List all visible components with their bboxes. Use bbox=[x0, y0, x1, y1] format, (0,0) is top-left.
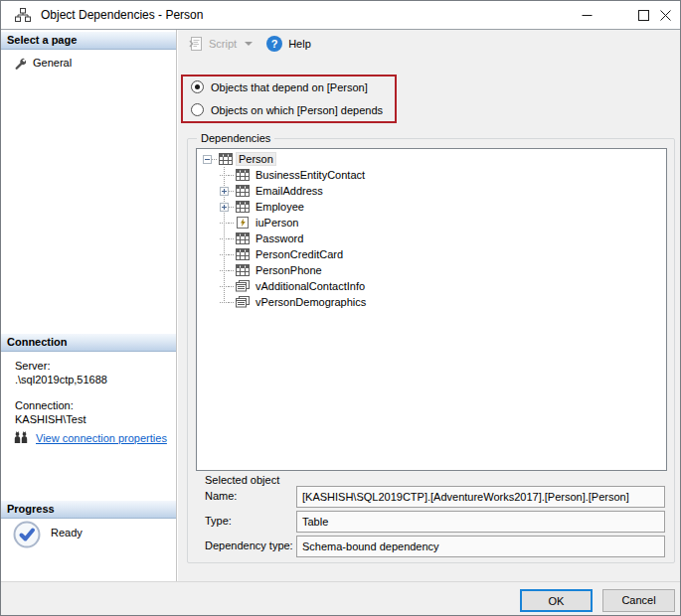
wrench-icon bbox=[13, 57, 26, 70]
tree-item-label: EmailAddress bbox=[254, 185, 325, 197]
cancel-button[interactable]: Cancel bbox=[602, 589, 675, 612]
minimize-button[interactable] bbox=[572, 1, 601, 29]
tree-item-personcreditcard[interactable]: PersonCreditCard bbox=[197, 246, 666, 262]
dependency-type-field[interactable]: Schema-bound dependency bbox=[296, 536, 665, 557]
radio-objects-on-which-depends-label: Objects on which [Person] depends bbox=[211, 104, 383, 116]
connection-value: KASHISH\Test bbox=[15, 413, 86, 425]
radio-objects-that-depend[interactable]: Objects that depend on [Person] bbox=[191, 80, 368, 93]
expand-icon[interactable] bbox=[220, 203, 229, 212]
expand-icon[interactable] bbox=[220, 187, 229, 196]
tree-item-person[interactable]: Person bbox=[197, 151, 666, 167]
main-pane: Script ? Help Objects that depend on [Pe… bbox=[178, 30, 681, 581]
table-icon bbox=[236, 201, 250, 213]
radio-objects-that-depend-label: Objects that depend on [Person] bbox=[211, 81, 368, 93]
help-label: Help bbox=[288, 38, 311, 50]
connection-header: Connection bbox=[1, 334, 176, 352]
sidebar-item-general[interactable]: General bbox=[1, 55, 176, 71]
script-button[interactable]: Script bbox=[188, 36, 253, 52]
tree-item-employee[interactable]: Employee bbox=[197, 199, 666, 215]
maximize-icon bbox=[638, 10, 649, 21]
help-icon: ? bbox=[266, 36, 282, 52]
radio-objects-on-which-depends[interactable]: Objects on which [Person] depends bbox=[191, 103, 383, 116]
object-dependencies-icon bbox=[14, 7, 32, 23]
connection-properties-icon bbox=[13, 431, 29, 444]
ok-button[interactable]: OK bbox=[520, 589, 593, 612]
type-label: Type: bbox=[205, 515, 232, 527]
tree-item-label: vAdditionalContactInfo bbox=[254, 280, 367, 292]
tree-item-businessentitycontact[interactable]: BusinessEntityContact bbox=[197, 167, 666, 183]
sidebar-item-general-label: General bbox=[33, 57, 72, 69]
dependencies-group-label: Dependencies bbox=[197, 132, 274, 144]
collapse-icon[interactable] bbox=[203, 155, 212, 164]
tree-item-label: vPersonDemographics bbox=[254, 296, 368, 308]
table-icon bbox=[236, 264, 250, 276]
table-icon bbox=[236, 248, 250, 260]
tree-item-emailaddress[interactable]: EmailAddress bbox=[197, 183, 666, 199]
tree-item-iuperson[interactable]: iuPerson bbox=[197, 215, 666, 231]
tree-item-vpersondemographics[interactable]: vPersonDemographics bbox=[197, 294, 666, 310]
tree-item-label: BusinessEntityContact bbox=[254, 169, 367, 181]
object-dependencies-dialog: Object Dependencies - Person Select a pa… bbox=[0, 0, 681, 616]
name-label: Name: bbox=[205, 490, 237, 502]
page-selector-sidebar: Select a page General Connection Server:… bbox=[1, 30, 177, 581]
help-button[interactable]: ? Help bbox=[266, 36, 311, 52]
script-icon bbox=[188, 36, 204, 52]
window-title: Object Dependencies - Person bbox=[41, 8, 203, 22]
chevron-down-icon[interactable] bbox=[245, 42, 253, 46]
name-field[interactable]: [KASHISH\SQL2019CTP].[AdventureWorks2017… bbox=[296, 486, 665, 508]
radio-unselected-icon[interactable] bbox=[191, 103, 204, 116]
tree-item-label: Employee bbox=[254, 201, 306, 213]
tree-item-label: iuPerson bbox=[254, 217, 300, 229]
connection-label: Connection: bbox=[15, 399, 74, 411]
table-icon bbox=[236, 185, 250, 197]
tree-item-label: Person bbox=[237, 153, 275, 165]
server-label: Server: bbox=[15, 360, 50, 372]
table-icon bbox=[236, 169, 250, 181]
tree-item-vadditionalcontactinfo[interactable]: vAdditionalContactInfo bbox=[197, 278, 666, 294]
view-icon bbox=[236, 296, 250, 308]
table-icon bbox=[236, 232, 250, 244]
view-connection-properties-link[interactable]: View connection properties bbox=[36, 432, 167, 444]
progress-header: Progress bbox=[1, 501, 176, 519]
dependency-type-label: Dependency type: bbox=[205, 539, 293, 551]
tree-item-password[interactable]: Password bbox=[197, 231, 666, 246]
close-button[interactable] bbox=[650, 1, 680, 29]
tree-item-label: PersonCreditCard bbox=[254, 248, 345, 260]
dependencies-tree[interactable]: Person BusinessEntityContact EmailAddres… bbox=[196, 148, 667, 471]
radio-selected-icon[interactable] bbox=[191, 80, 204, 93]
view-icon bbox=[236, 280, 250, 292]
trigger-icon bbox=[236, 217, 250, 229]
tree-item-personphone[interactable]: PersonPhone bbox=[197, 262, 666, 278]
dependencies-groupbox: Dependencies Person BusinessEnt bbox=[187, 138, 675, 563]
server-value: .\sql2019ctp,51688 bbox=[15, 374, 107, 385]
type-field[interactable]: Table bbox=[296, 511, 665, 533]
ready-check-icon bbox=[13, 521, 41, 548]
minimize-icon bbox=[582, 10, 593, 21]
footer-bar: OK Cancel bbox=[1, 581, 680, 615]
title-bar[interactable]: Object Dependencies - Person bbox=[1, 1, 680, 30]
select-a-page-header: Select a page bbox=[1, 32, 176, 50]
close-icon bbox=[660, 10, 671, 21]
selected-object-label: Selected object bbox=[205, 474, 279, 486]
tree-item-label: PersonPhone bbox=[254, 264, 324, 276]
table-icon bbox=[219, 153, 233, 165]
script-label: Script bbox=[209, 38, 237, 50]
toolbar: Script ? Help bbox=[178, 30, 681, 58]
progress-status: Ready bbox=[51, 527, 83, 539]
tree-item-label: Password bbox=[254, 232, 305, 244]
